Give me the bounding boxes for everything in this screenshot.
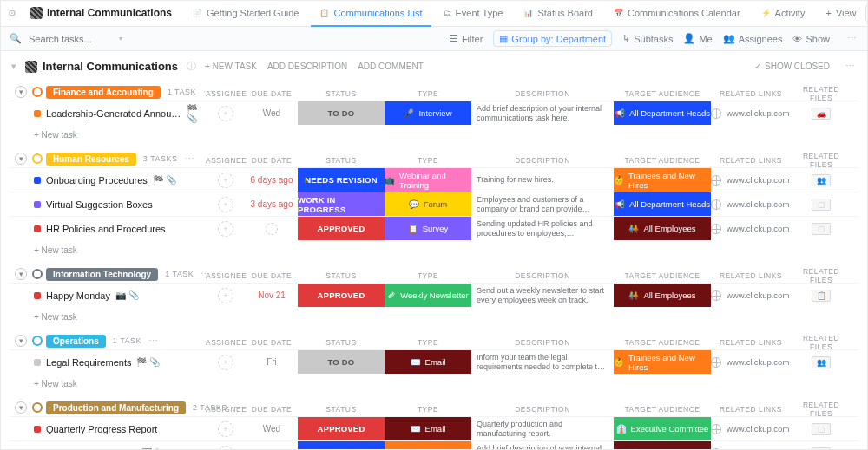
link-cell[interactable]: www.clickup.com: [711, 284, 791, 307]
status-cell[interactable]: WORK IN PROGRESS: [298, 192, 385, 216]
due-date-cell[interactable]: Wed: [246, 101, 298, 125]
assignee-add-icon[interactable]: +: [218, 221, 233, 237]
audience-cell[interactable]: 👔Executive Committee: [614, 417, 711, 440]
chevron-down-icon[interactable]: ▾: [119, 35, 122, 42]
group-more-menu[interactable]: ⋯: [203, 87, 214, 98]
type-cell[interactable]: ✉️Email: [385, 417, 471, 440]
audience-cell[interactable]: 👶Trainees and New Hires: [614, 168, 711, 192]
due-date-cell[interactable]: Wed: [246, 417, 298, 440]
add-view-button[interactable]: + View: [817, 1, 865, 27]
space-title[interactable]: Internal Communications: [22, 1, 181, 27]
due-date-cell[interactable]: Fri: [246, 350, 298, 374]
description-cell[interactable]: Inform your team the legal requirements …: [471, 350, 614, 374]
assignee-cell[interactable]: +: [206, 101, 246, 125]
assignee-cell[interactable]: +: [206, 441, 246, 449]
link-cell[interactable]: www.clickup.com: [711, 441, 791, 449]
collapse-all-icon[interactable]: ▾: [11, 61, 16, 72]
tab-communications-calendar[interactable]: 📅Communications Calendar: [605, 1, 749, 27]
link-cell[interactable]: www.clickup.com: [711, 417, 791, 440]
list-more-menu[interactable]: ⋯: [845, 61, 857, 72]
tab-event-type[interactable]: 🗂Event Type: [435, 1, 512, 27]
task-row[interactable]: Happy Monday 📷 📎 + Nov 21 APPROVED 🗞Week…: [10, 283, 858, 307]
assignee-cell[interactable]: +: [206, 284, 246, 307]
new-task-inline[interactable]: + New task: [10, 374, 858, 390]
new-task-button[interactable]: + NEW TASK: [205, 62, 257, 71]
assignee-add-icon[interactable]: +: [218, 446, 233, 450]
collapse-group-icon[interactable]: ▾: [15, 86, 27, 98]
link-cell[interactable]: www.clickup.com: [711, 168, 791, 192]
show-button[interactable]: 👁Show: [792, 34, 830, 44]
task-row[interactable]: HR Policies and Procedures + APPROVED 📋S…: [10, 216, 858, 240]
file-cell[interactable]: 👥: [791, 168, 852, 192]
group-more-menu[interactable]: ⋯: [148, 336, 160, 347]
task-name-cell[interactable]: Virtual Suggestion Boxes: [10, 192, 206, 216]
link-cell[interactable]: www.clickup.com: [711, 350, 791, 374]
type-cell[interactable]: ✍️Blog: [385, 441, 471, 449]
group-more-menu[interactable]: ⋯: [234, 402, 246, 414]
group-label[interactable]: Human Resources: [46, 153, 136, 166]
link-cell[interactable]: www.clickup.com: [711, 217, 791, 240]
group-label[interactable]: Production and Manufacturing: [46, 401, 186, 414]
status-cell[interactable]: TO DO: [298, 101, 385, 125]
task-name-cell[interactable]: HR Policies and Procedures: [10, 217, 206, 240]
add-comment-button[interactable]: ADD COMMENT: [358, 62, 424, 71]
assignee-cell[interactable]: +: [206, 350, 246, 374]
show-closed-toggle[interactable]: ✓ SHOW CLOSED: [754, 62, 830, 71]
task-row[interactable]: Leadership-Generated Announcements 🏁 📎 +…: [10, 101, 858, 125]
description-cell[interactable]: Training for new hires.: [471, 168, 614, 192]
due-date-cell[interactable]: Nov 21: [246, 284, 298, 307]
description-cell[interactable]: Quarterly production and manufacturing r…: [471, 417, 614, 440]
task-name-cell[interactable]: Legal Requirements 🏁 📎: [10, 350, 206, 374]
list-title[interactable]: Internal Communications: [25, 60, 178, 73]
assignee-add-icon[interactable]: +: [218, 173, 233, 188]
assignee-cell[interactable]: +: [206, 417, 246, 440]
description-cell[interactable]: Employees and customers of a company or …: [471, 192, 614, 216]
new-task-inline[interactable]: + New task: [10, 125, 858, 141]
info-icon[interactable]: ⓘ: [187, 60, 196, 73]
subtasks-button[interactable]: ↳Subtasks: [622, 33, 673, 44]
description-cell[interactable]: Sending updated HR policies and procedur…: [471, 217, 614, 240]
file-cell[interactable]: 📋: [791, 284, 852, 307]
status-cell[interactable]: APPROVED: [298, 217, 385, 240]
type-cell[interactable]: 📋Survey: [385, 217, 471, 240]
assignee-add-icon[interactable]: +: [218, 197, 233, 212]
group-by-button[interactable]: ▦Group by: Department: [493, 30, 612, 47]
task-name-cell[interactable]: Leadership-Generated Announcements 🏁 📎: [10, 101, 206, 125]
assignee-cell[interactable]: +: [206, 192, 246, 216]
assignee-add-icon[interactable]: +: [218, 106, 233, 121]
collapse-group-icon[interactable]: ▾: [15, 401, 27, 414]
status-cell[interactable]: NEEDS REVISION: [298, 441, 385, 449]
description-cell[interactable]: Add brief description of your internal c…: [471, 441, 614, 449]
task-row[interactable]: Virtual Suggestion Boxes + 3 days ago WO…: [10, 192, 858, 216]
due-date-cell[interactable]: 6 days ago: [246, 168, 298, 192]
type-cell[interactable]: 📺Webinar and Training: [385, 168, 471, 192]
group-label[interactable]: Information Technology: [46, 268, 158, 281]
group-more-menu[interactable]: ⋯: [201, 269, 212, 280]
file-cell[interactable]: 🟪: [791, 441, 852, 449]
audience-cell[interactable]: 📢All Department Heads: [614, 192, 711, 216]
assignee-add-icon[interactable]: +: [218, 355, 233, 370]
due-date-cell[interactable]: [246, 217, 298, 240]
group-label[interactable]: Operations: [46, 335, 106, 348]
collapse-group-icon[interactable]: ▾: [15, 153, 27, 165]
task-name-cell[interactable]: Onboarding Procedures 🏁 📎: [10, 168, 206, 192]
assignee-cell[interactable]: +: [206, 168, 246, 192]
task-row[interactable]: Thank God it's Friday 🟪 📎 + 3 days ago N…: [10, 440, 858, 449]
more-menu[interactable]: ⋯: [847, 33, 858, 44]
task-row[interactable]: Legal Requirements 🏁 📎 + Fri TO DO ✉️Ema…: [10, 349, 858, 374]
task-row[interactable]: Quarterly Progress Report + Wed APPROVED…: [10, 416, 858, 440]
task-name-cell[interactable]: Happy Monday 📷 📎: [10, 284, 206, 307]
group-more-menu[interactable]: ⋯: [185, 153, 196, 165]
link-cell[interactable]: www.clickup.com: [711, 101, 791, 125]
status-cell[interactable]: NEEDS REVISION: [298, 168, 385, 192]
file-cell[interactable]: 🚗: [791, 101, 852, 125]
audience-cell[interactable]: 🧑‍🤝‍🧑All Employees: [614, 441, 711, 449]
file-cell[interactable]: ▢: [791, 192, 852, 216]
status-cell[interactable]: APPROVED: [298, 417, 385, 440]
type-cell[interactable]: 🗞Weekly Newsletter: [385, 284, 471, 307]
collapse-group-icon[interactable]: ▾: [15, 335, 27, 347]
tab-communications-list[interactable]: 📋Communications List: [311, 1, 431, 27]
new-task-inline[interactable]: + New task: [10, 240, 858, 257]
settings-gear-icon[interactable]: ⚙: [8, 9, 16, 19]
task-name-cell[interactable]: Quarterly Progress Report: [10, 417, 206, 440]
